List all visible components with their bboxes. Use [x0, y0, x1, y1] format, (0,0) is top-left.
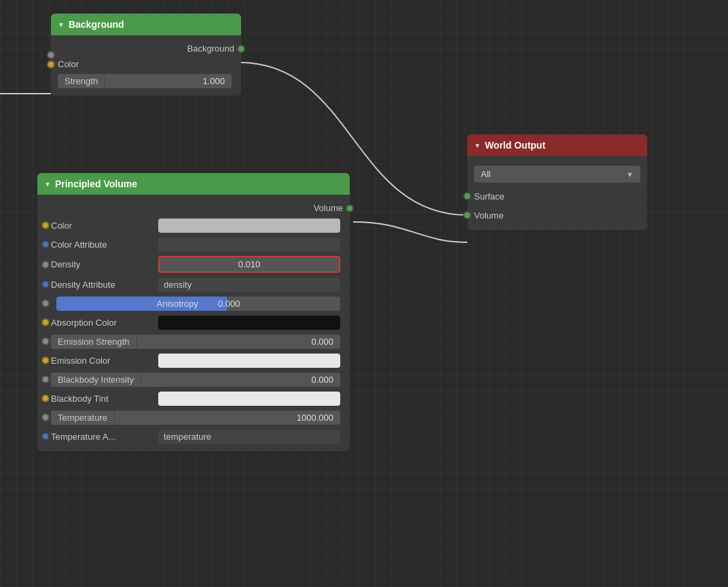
background-color-socket[interactable] — [47, 60, 55, 69]
pv-color-label: Color — [51, 221, 153, 231]
pv-anisotropy-socket[interactable] — [41, 299, 50, 307]
world-output-volume-row: Volume — [467, 206, 647, 225]
background-node-header: ▼ Background — [51, 14, 241, 35]
world-output-dropdown-value: All — [481, 169, 490, 179]
background-output-socket[interactable] — [237, 45, 245, 53]
pv-blackbody-tint-socket[interactable] — [41, 394, 50, 402]
world-output-surface-label: Surface — [474, 191, 505, 202]
pv-density-socket[interactable] — [41, 261, 50, 269]
pv-color-field[interactable] — [158, 219, 340, 233]
world-output-node: ▼ World Output All ▼ Surface Volume — [467, 134, 647, 230]
principled-volume-output-row: Volume — [37, 200, 350, 216]
pv-absorption-color-field[interactable] — [158, 316, 340, 330]
pv-emission-color-row: Emission Color — [37, 351, 350, 370]
pv-color-attr-field[interactable] — [158, 238, 340, 252]
background-node: ▼ Background Background Color Strength 1… — [51, 14, 241, 96]
pv-density-attr-field[interactable]: density — [158, 278, 340, 292]
pv-blackbody-intensity-socket[interactable] — [41, 375, 50, 383]
principled-volume-node: ▼ Principled Volume Volume Color Color A… — [37, 173, 350, 451]
pv-blackbody-intensity-row: Blackbody Intensity 0.000 — [37, 370, 350, 389]
pv-emission-strength-label: Emission Strength — [51, 335, 136, 349]
pv-color-row: Color — [37, 216, 350, 235]
pv-density-field[interactable]: 0.010 — [158, 256, 340, 273]
world-output-surface-socket[interactable] — [463, 192, 471, 200]
pv-emission-color-socket[interactable] — [41, 356, 50, 364]
pv-absorption-color-label: Absorption Color — [51, 318, 153, 328]
background-strength-socket[interactable] — [47, 51, 55, 59]
pv-emission-strength-value[interactable]: 0.000 — [136, 335, 341, 349]
chevron-down-icon: ▼ — [626, 170, 634, 178]
pv-emission-strength-row: Emission Strength 0.000 — [37, 332, 350, 351]
principled-node-header: ▼ Principled Volume — [37, 173, 350, 195]
world-output-dropdown[interactable]: All ▼ — [474, 166, 640, 183]
background-strength-value[interactable]: 1.000 — [105, 74, 232, 88]
background-node-body: Background Color Strength 1.000 — [51, 35, 241, 96]
pv-density-attr-socket[interactable] — [41, 280, 50, 288]
world-output-node-header: ▼ World Output — [467, 134, 647, 156]
pv-blackbody-intensity-label: Blackbody Intensity — [51, 373, 141, 387]
pv-temp-attr-field[interactable]: temperature — [158, 430, 340, 444]
pv-density-attr-label: Density Attribute — [51, 280, 153, 290]
pv-blackbody-tint-row: Blackbody Tint — [37, 389, 350, 408]
principled-volume-output-socket[interactable] — [346, 204, 354, 212]
principled-node-body: Volume Color Color Attribute Density 0.0… — [37, 195, 350, 451]
pv-blackbody-tint-label: Blackbody Tint — [51, 394, 153, 404]
background-color-label: Color — [58, 59, 79, 69]
pv-density-attr-row: Density Attribute density — [37, 275, 350, 294]
pv-absorption-color-row: Absorption Color — [37, 313, 350, 332]
pv-color-socket[interactable] — [41, 221, 50, 229]
principled-collapse-arrow[interactable]: ▼ — [44, 181, 51, 188]
world-output-surface-row: Surface — [467, 187, 647, 206]
world-output-collapse-arrow[interactable]: ▼ — [474, 142, 481, 149]
pv-emission-strength-socket[interactable] — [41, 337, 50, 345]
world-output-node-title: World Output — [485, 140, 545, 151]
pv-density-row: Density 0.010 — [37, 254, 350, 275]
pv-temperature-socket[interactable] — [41, 413, 50, 421]
pv-color-attr-row: Color Attribute — [37, 235, 350, 254]
pv-blackbody-tint-field[interactable] — [158, 392, 340, 406]
pv-temperature-row: Temperature 1000.000 — [37, 408, 350, 427]
world-output-volume-label: Volume — [474, 210, 503, 221]
pv-temperature-value[interactable]: 1000.000 — [114, 411, 340, 425]
pv-anisotropy-row: Anisotropy 0.000 — [37, 294, 350, 313]
background-node-title: Background — [69, 19, 124, 30]
pv-color-attr-socket[interactable] — [41, 240, 50, 248]
background-strength-label: Strength — [58, 74, 105, 88]
pv-temp-attr-socket[interactable] — [41, 432, 50, 440]
pv-temp-attr-row: Temperature A... temperature — [37, 427, 350, 446]
pv-emission-color-label: Emission Color — [51, 356, 153, 366]
background-collapse-arrow[interactable]: ▼ — [58, 21, 65, 29]
background-output-label: Background — [187, 43, 234, 54]
pv-emission-color-field[interactable] — [158, 354, 340, 368]
pv-absorption-color-socket[interactable] — [41, 318, 50, 326]
pv-blackbody-intensity-value[interactable]: 0.000 — [141, 373, 340, 387]
world-output-node-body: All ▼ Surface Volume — [467, 156, 647, 230]
background-strength-row: Strength 1.000 — [51, 72, 241, 90]
pv-density-label: Density — [51, 259, 153, 269]
background-output-row: Background — [51, 41, 241, 56]
pv-temp-attr-label: Temperature A... — [51, 432, 153, 442]
world-output-volume-socket[interactable] — [463, 211, 471, 219]
pv-color-attr-label: Color Attribute — [51, 240, 153, 250]
principled-volume-output-label: Volume — [314, 203, 343, 213]
principled-node-title: Principled Volume — [55, 178, 137, 189]
background-color-row: Color — [51, 56, 241, 72]
pv-temperature-label: Temperature — [51, 411, 114, 425]
pv-anisotropy-field[interactable]: Anisotropy 0.000 — [56, 297, 340, 311]
